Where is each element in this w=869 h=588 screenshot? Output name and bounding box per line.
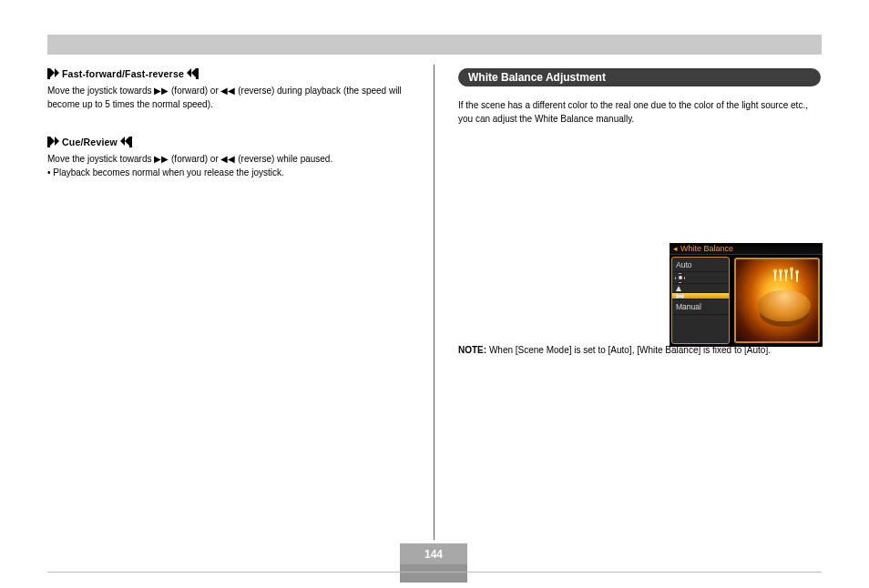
fast-reverse-icon bbox=[188, 68, 199, 79]
white-balance-menu-screenshot: ◂ White Balance Auto Manual bbox=[670, 243, 823, 347]
menu-list: Auto Manual bbox=[671, 257, 730, 344]
fast-forward-icon bbox=[47, 137, 58, 147]
section-header-white-balance: White Balance Adjustment bbox=[458, 68, 821, 86]
section-title: Cue/Review bbox=[62, 137, 118, 147]
menu-title: White Balance bbox=[680, 244, 733, 253]
wb-item-incandescent[interactable] bbox=[672, 284, 729, 293]
section-cue-review: Cue/Review Move the joystick towards ▶▶ … bbox=[47, 137, 419, 179]
wb-item-daylight[interactable] bbox=[672, 272, 729, 284]
wb-item-auto[interactable]: Auto bbox=[672, 258, 729, 272]
section-intro: If the scene has a different color to th… bbox=[458, 99, 823, 126]
wb-item-fluorescent[interactable] bbox=[672, 293, 729, 299]
note-label: NOTE: bbox=[458, 345, 486, 355]
page-sub-tab bbox=[400, 564, 467, 583]
incandescent-icon bbox=[676, 286, 681, 291]
menu-title-bar: ◂ White Balance bbox=[670, 243, 823, 255]
fast-forward-icon bbox=[47, 68, 58, 79]
right-column: White Balance Adjustment If the scene ha… bbox=[458, 68, 823, 358]
page-number-tab: 144 bbox=[400, 543, 467, 564]
page-header-bar bbox=[47, 35, 822, 55]
sun-icon bbox=[676, 274, 684, 282]
section-title: Fast-forward/Fast-reverse bbox=[62, 68, 184, 79]
fast-reverse-icon bbox=[121, 137, 132, 147]
left-column: Fast-forward/Fast-reverse Move the joyst… bbox=[47, 68, 419, 205]
footer-rule bbox=[47, 572, 822, 573]
wb-item-manual[interactable]: Manual bbox=[672, 299, 729, 314]
fluorescent-icon bbox=[676, 295, 684, 298]
chevron-left-icon: ◂ bbox=[673, 244, 678, 253]
column-divider bbox=[434, 65, 434, 540]
section-body: Move the joystick towards ▶▶ (forward) o… bbox=[47, 153, 419, 179]
menu-preview-image bbox=[734, 258, 820, 343]
section-body: Move the joystick towards ▶▶ (forward) o… bbox=[47, 85, 419, 111]
section-fast-forward: Fast-forward/Fast-reverse Move the joyst… bbox=[47, 68, 419, 111]
